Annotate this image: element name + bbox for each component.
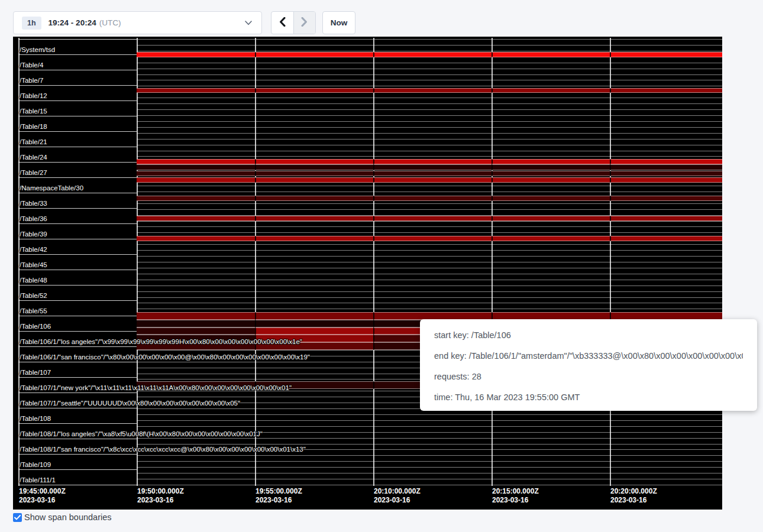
hot-span-cell bbox=[610, 88, 722, 93]
span-row: /Table/108/1/"san francisco"/"\x8c\xcc\x… bbox=[18, 439, 137, 455]
hot-span-cell bbox=[373, 52, 492, 57]
span-key-label: /Table/24 bbox=[20, 154, 47, 161]
hot-span-cell bbox=[137, 312, 255, 320]
hot-span-cell bbox=[137, 159, 255, 164]
span-boundary-line bbox=[137, 467, 722, 468]
time-window-badge: 1h bbox=[22, 17, 41, 30]
time-gridline bbox=[137, 38, 138, 486]
span-key-label: /Table/42 bbox=[20, 246, 47, 253]
tooltip-time: time: Thu, 16 Mar 2023 19:55:00 GMT bbox=[434, 392, 743, 402]
key-visualizer-canvas[interactable]: /System/tsd/Table/4/Table/7/Table/12/Tab… bbox=[13, 37, 722, 510]
span-row: /Table/111/1 bbox=[18, 470, 137, 485]
span-key-label: /Table/109 bbox=[20, 461, 51, 468]
span-boundary-line bbox=[137, 74, 722, 75]
span-row: /Table/106 bbox=[18, 316, 137, 332]
hot-span-cell bbox=[373, 164, 492, 170]
hot-span-cell bbox=[137, 342, 255, 350]
chevron-right-icon bbox=[301, 17, 308, 29]
span-row: /Table/18 bbox=[18, 116, 137, 132]
hot-span-cell bbox=[255, 335, 373, 342]
time-axis-tick: 20:10:00.000Z2023-03-16 bbox=[373, 487, 421, 505]
hot-span-cell bbox=[137, 88, 255, 93]
time-gridline bbox=[255, 38, 256, 486]
prev-window-button[interactable] bbox=[271, 12, 293, 34]
hot-span-cell bbox=[255, 177, 373, 183]
hot-span-cell bbox=[255, 171, 373, 176]
show-span-boundaries-checkbox[interactable] bbox=[13, 513, 22, 522]
hot-span-cell bbox=[255, 320, 373, 327]
hot-span-cell bbox=[255, 236, 373, 241]
hot-span-cell bbox=[137, 171, 255, 176]
hot-span-cell bbox=[492, 171, 610, 176]
hot-span-cell bbox=[610, 177, 722, 183]
span-row: /Table/107/1/"new york"/"\x11\x11\x11\x1… bbox=[18, 378, 137, 393]
hot-span-cell bbox=[255, 312, 373, 320]
span-boundary-line bbox=[137, 432, 722, 433]
hot-span-cell bbox=[255, 164, 373, 170]
hot-span-cell bbox=[373, 171, 492, 176]
span-boundary-line bbox=[137, 69, 722, 69]
span-label-column: /System/tsd/Table/4/Table/7/Table/12/Tab… bbox=[18, 39, 137, 485]
hot-span-cell bbox=[255, 159, 373, 164]
time-gridline bbox=[610, 38, 611, 486]
span-boundary-line bbox=[137, 127, 722, 128]
span-key-label: /Table/4 bbox=[20, 61, 43, 69]
time-range-dropdown[interactable]: 1h 19:24 - 20:24 (UTC) bbox=[13, 11, 262, 34]
hot-span-cell bbox=[137, 177, 255, 183]
span-boundary-line bbox=[137, 420, 722, 421]
span-key-label: /Table/45 bbox=[20, 261, 47, 268]
hot-span-cell bbox=[492, 236, 610, 241]
hot-span-cell bbox=[137, 320, 255, 327]
span-row: /Table/42 bbox=[18, 239, 137, 255]
hot-span-cell bbox=[492, 216, 610, 221]
span-boundary-line bbox=[137, 244, 722, 245]
span-row: /Table/45 bbox=[18, 255, 137, 270]
hot-span-cell bbox=[610, 196, 722, 201]
span-key-label: /NamespaceTable/30 bbox=[20, 184, 83, 192]
span-row: /Table/21 bbox=[18, 132, 137, 147]
next-window-button[interactable] bbox=[293, 12, 316, 34]
chevron-left-icon bbox=[279, 17, 286, 29]
span-boundary-line bbox=[137, 232, 722, 233]
time-window-range: 19:24 - 20:24 bbox=[49, 18, 96, 27]
span-row: /Table/107/1/"seattle"/"UUUUUUD\x00\x80\… bbox=[18, 393, 137, 408]
now-button[interactable]: Now bbox=[322, 11, 355, 34]
span-boundary-line bbox=[137, 309, 722, 309]
span-boundary-line bbox=[137, 426, 722, 427]
hot-span-cell bbox=[610, 159, 722, 164]
hot-span-cell bbox=[373, 216, 492, 221]
span-boundary-line bbox=[137, 473, 722, 473]
time-axis-tick: 20:20:00.000Z2023-03-16 bbox=[609, 487, 657, 505]
span-boundary-line bbox=[137, 444, 722, 445]
span-boundary-line bbox=[137, 485, 722, 485]
span-key-label: /Table/106 bbox=[20, 323, 51, 330]
span-key-label: /Table/33 bbox=[20, 200, 47, 207]
time-axis-tick: 19:50:00.000Z2023-03-16 bbox=[136, 487, 184, 505]
tooltip-start-key: start key: /Table/106 bbox=[434, 330, 743, 340]
span-row: /Table/33 bbox=[18, 193, 137, 209]
hot-span-cell bbox=[255, 327, 373, 335]
hot-span-cell bbox=[255, 52, 373, 57]
span-row: /Table/108/1/"los angeles"/"\xa8\xf5\u00… bbox=[18, 424, 137, 439]
span-boundary-line bbox=[137, 303, 722, 303]
span-row: /Table/106/1/"san francisco"/"\x80\x00\x… bbox=[18, 347, 137, 362]
hot-span-cell bbox=[255, 216, 373, 221]
time-axis-tick: 20:15:00.000Z2023-03-16 bbox=[491, 487, 539, 505]
span-boundary-line bbox=[137, 156, 722, 157]
span-key-label: /Table/7 bbox=[20, 77, 43, 84]
span-boundary-line bbox=[137, 63, 722, 63]
span-row: /System/tsd bbox=[18, 40, 137, 55]
hot-span-cell bbox=[373, 236, 492, 241]
span-boundary-line bbox=[137, 151, 722, 151]
span-boundary-line bbox=[137, 103, 722, 104]
span-row: /Table/108 bbox=[18, 408, 137, 424]
time-axis-tick: 19:55:00.000Z2023-03-16 bbox=[254, 487, 302, 505]
hot-span-cell bbox=[610, 171, 722, 176]
span-boundary-line bbox=[137, 115, 722, 116]
span-boundary-line bbox=[137, 250, 722, 251]
span-boundary-line bbox=[137, 274, 722, 274]
hot-span-cell bbox=[137, 216, 255, 221]
span-boundary-line bbox=[137, 297, 722, 298]
span-row: /Table/24 bbox=[18, 147, 137, 163]
span-boundary-line bbox=[137, 280, 722, 280]
